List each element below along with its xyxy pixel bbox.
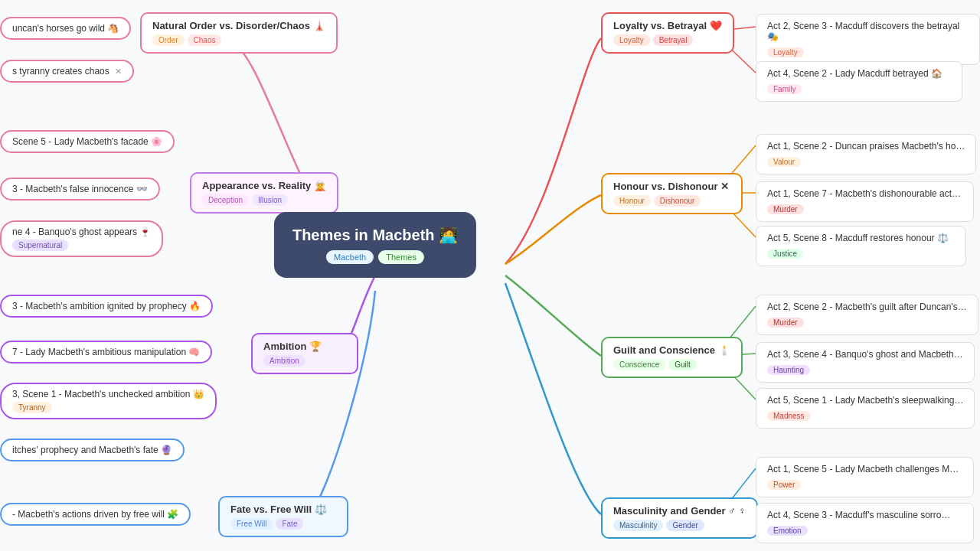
guilt-title: Guilt and Conscience 🕯️ <box>613 344 730 356</box>
detail-act1s5[interactable]: Act 1, Scene 5 - Lady Macbeth challenges… <box>756 457 974 497</box>
tag-ambition: Ambition <box>263 355 305 367</box>
detail-act5s8-title: Act 5, Scene 8 - Macduff restores honour… <box>767 233 955 243</box>
detail-act5s1[interactable]: Act 5, Scene 1 - Lady Macbeth's sleepwal… <box>756 388 975 429</box>
detail-act1s7-tag: Murder <box>767 204 804 214</box>
appearance-title: Appearance vs. Reality 🧝 <box>202 180 326 191</box>
node-honour[interactable]: Honour vs. Dishonour ✕ Honour Dishonour <box>601 173 743 214</box>
detail-act2s2-tag: Murder <box>767 318 804 328</box>
detail-act1s7-title: Act 1, Scene 7 - Macbeth's dishonourable… <box>767 188 962 199</box>
detail-act3s4-title: Act 3, Scene 4 - Banquo's ghost and Macb… <box>767 349 963 360</box>
detail-act2s3-tag: Loyalty <box>767 47 804 57</box>
small-actions-text: - Macbeth's actions driven by free will … <box>12 509 178 520</box>
honour-title: Honour vs. Dishonour ✕ <box>613 181 730 192</box>
detail-act5s1-title: Act 5, Scene 1 - Lady Macbeth's sleepwal… <box>767 395 963 406</box>
detail-act4s3[interactable]: Act 4, Scene 3 - Macduff's masculine sor… <box>756 503 974 543</box>
masculinity-title: Masculinity and Gender ♂ ♀ <box>613 505 746 517</box>
detail-act1s5-title: Act 1, Scene 5 - Lady Macbeth challenges… <box>767 464 962 474</box>
small-witches-text: itches' prophecy and Macbeth's fate 🔮 <box>12 445 172 455</box>
small-manipulation[interactable]: 7 - Lady Macbeth's ambitious manipulatio… <box>0 341 212 364</box>
tag-guilt: Guilt <box>668 359 697 370</box>
detail-act1s2[interactable]: Act 1, Scene 2 - Duncan praises Macbeth'… <box>756 134 976 174</box>
small-horses-text: uncan's horses go wild 🐴 <box>12 23 119 34</box>
detail-act3s4-tag: Haunting <box>767 365 810 375</box>
tag-supernatural: Supernatural <box>12 240 68 251</box>
small-prophecy-text: 3 - Macbeth's ambition ignited by prophe… <box>12 301 201 311</box>
small-ghost[interactable]: ne 4 - Banquo's ghost appears 🍷 Supernat… <box>0 220 163 257</box>
detail-act4s3-title: Act 4, Scene 3 - Macduff's masculine sor… <box>767 510 962 520</box>
tag-masculinity: Masculinity <box>613 520 663 531</box>
detail-act2s2[interactable]: Act 2, Scene 2 - Macbeth's guilt after D… <box>756 295 978 335</box>
detail-act1s5-tag: Power <box>767 480 801 490</box>
small-facade-text: Scene 5 - Lady Macbeth's facade 🌸 <box>12 136 162 147</box>
loyalty-title: Loyalty vs. Betrayal ❤️ <box>613 20 722 31</box>
tag-betrayal: Betrayal <box>653 34 694 46</box>
small-tyranny[interactable]: s tyranny creates chaos ✕ <box>0 60 134 83</box>
ambition-title: Ambition 🏆 <box>263 341 346 352</box>
small-tyranny-text: s tyranny creates chaos <box>12 66 109 77</box>
center-title: Themes in Macbeth 🧑‍💻 <box>292 226 458 244</box>
detail-act3s4[interactable]: Act 3, Scene 4 - Banquo's ghost and Macb… <box>756 342 975 383</box>
tag-conscience: Conscience <box>613 359 665 370</box>
detail-act5s8[interactable]: Act 5, Scene 8 - Macduff restores honour… <box>756 226 966 266</box>
small-innocence[interactable]: 3 - Macbeth's false innocence 👓 <box>0 178 160 201</box>
small-horses[interactable]: uncan's horses go wild 🐴 <box>0 17 131 40</box>
small-innocence-text: 3 - Macbeth's false innocence 👓 <box>12 184 148 194</box>
mind-map-canvas: Themes in Macbeth 🧑‍💻 Macbeth Themes Nat… <box>0 0 980 551</box>
node-ambition[interactable]: Ambition 🏆 Ambition <box>251 333 358 374</box>
center-node: Themes in Macbeth 🧑‍💻 Macbeth Themes <box>274 212 476 278</box>
tag-honour: Honour <box>613 195 651 207</box>
node-loyalty[interactable]: Loyalty vs. Betrayal ❤️ Loyalty Betrayal <box>601 12 734 54</box>
detail-act1s2-title: Act 1, Scene 2 - Duncan praises Macbeth'… <box>767 141 965 152</box>
tag-chaos: Chaos <box>188 34 222 46</box>
small-unchecked-text: 3, Scene 1 - Macbeth's unchecked ambitio… <box>12 389 204 399</box>
node-masculinity[interactable]: Masculinity and Gender ♂ ♀ Masculinity G… <box>601 497 758 539</box>
detail-act2s2-title: Act 2, Scene 2 - Macbeth's guilt after D… <box>767 302 967 312</box>
tag-fate: Fate <box>276 518 303 530</box>
tag-dishonour: Dishonour <box>654 195 701 207</box>
small-ghost-text: ne 4 - Banquo's ghost appears 🍷 <box>12 227 151 237</box>
detail-act2s3[interactable]: Act 2, Scene 3 - Macduff discovers the b… <box>756 14 980 65</box>
small-manipulation-text: 7 - Lady Macbeth's ambitious manipulatio… <box>12 347 200 357</box>
small-prophecy[interactable]: 3 - Macbeth's ambition ignited by prophe… <box>0 295 213 318</box>
node-fate[interactable]: Fate vs. Free Will ⚖️ Free Will Fate <box>218 496 348 537</box>
tag-tyranny: Tyranny <box>12 402 52 413</box>
detail-act4s2-title: Act 4, Scene 2 - Lady Macduff betrayed 🏠 <box>767 68 951 79</box>
detail-act2s3-title: Act 2, Scene 3 - Macduff discovers the b… <box>767 21 969 42</box>
node-guilt[interactable]: Guilt and Conscience 🕯️ Conscience Guilt <box>601 337 743 378</box>
detail-act4s3-tag: Emotion <box>767 526 808 536</box>
small-actions[interactable]: - Macbeth's actions driven by free will … <box>0 503 191 526</box>
small-unchecked[interactable]: 3, Scene 1 - Macbeth's unchecked ambitio… <box>0 383 217 419</box>
small-witches[interactable]: itches' prophecy and Macbeth's fate 🔮 <box>0 439 185 461</box>
detail-act5s1-tag: Madness <box>767 411 811 421</box>
close-icon[interactable]: ✕ <box>115 67 122 76</box>
node-natural-order[interactable]: Natural Order vs. Disorder/Chaos 🗼 Order… <box>140 12 338 54</box>
center-tag-themes: Themes <box>378 250 424 264</box>
tag-loyalty: Loyalty <box>613 34 650 46</box>
detail-act4s2-tag: Family <box>767 84 802 94</box>
detail-act5s8-tag: Justice <box>767 249 803 259</box>
detail-act1s7[interactable]: Act 1, Scene 7 - Macbeth's dishonourable… <box>756 181 974 222</box>
node-appearance[interactable]: Appearance vs. Reality 🧝 Deception Illus… <box>190 172 338 214</box>
small-facade[interactable]: Scene 5 - Lady Macbeth's facade 🌸 <box>0 130 175 153</box>
tag-illusion: Illusion <box>252 194 288 206</box>
detail-act4s2[interactable]: Act 4, Scene 2 - Lady Macduff betrayed 🏠… <box>756 61 962 102</box>
fate-title: Fate vs. Free Will ⚖️ <box>230 504 336 515</box>
center-tag-macbeth: Macbeth <box>326 250 374 264</box>
tag-gender: Gender <box>666 520 704 531</box>
tag-freewill: Free Will <box>230 518 273 530</box>
natural-order-title: Natural Order vs. Disorder/Chaos 🗼 <box>152 20 325 31</box>
tag-order: Order <box>152 34 185 46</box>
tag-deception: Deception <box>202 194 249 206</box>
detail-act1s2-tag: Valour <box>767 157 801 167</box>
